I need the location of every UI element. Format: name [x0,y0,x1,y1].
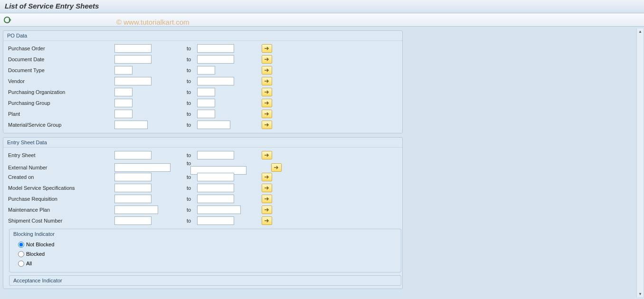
input-purch-group-from[interactable] [114,99,133,107]
row-maint-plan: Maintenance Plan to [6,204,399,215]
input-shipment-cost-to[interactable] [197,216,234,225]
to-label: to [186,46,191,51]
input-maint-plan-from[interactable] [114,206,158,214]
row-document-type: Document Type to [6,65,399,75]
multiselect-vendor[interactable] [262,77,272,85]
row-created-on: Created on to [6,171,399,182]
multiselect-shipment-cost[interactable] [262,216,272,225]
label-created-on: Created on [6,174,114,180]
input-vendor-from[interactable] [114,77,152,85]
multiselect-document-date[interactable] [262,55,272,64]
row-vendor: Vendor to [6,75,399,86]
input-purchase-order-from[interactable] [114,44,152,53]
input-document-type-to[interactable] [197,66,215,75]
execute-button[interactable] [3,16,11,24]
row-purchase-order: Purchase Order to [6,43,399,54]
input-created-on-from[interactable] [114,173,152,181]
label-vendor: Vendor [6,78,114,84]
row-plant: Plant to [6,108,399,119]
multiselect-maint-plan[interactable] [262,206,272,214]
label-external-number: External Number [6,165,114,170]
input-entry-sheet-from[interactable] [114,151,152,159]
input-purchase-order-to[interactable] [197,44,234,53]
multiselect-purch-group[interactable] [262,99,272,107]
group-title-acceptance: Acceptance Indicator [9,276,401,285]
input-created-on-to[interactable] [197,173,234,181]
row-entry-sheet: Entry Sheet to [6,150,399,160]
radio-label-not-blocked: Not Blocked [26,242,54,247]
input-document-date-from[interactable] [114,55,152,64]
label-document-type: Document Type [6,67,114,73]
label-shipment-cost: Shipment Cost Number [6,218,114,224]
group-entry-sheet-data: Entry Sheet Data Entry Sheet to External… [3,137,403,289]
label-document-date: Document Date [6,56,114,62]
label-maint-plan: Maintenance Plan [6,207,114,213]
input-external-number-from[interactable] [114,163,170,172]
multiselect-purchase-order[interactable] [262,44,272,53]
row-mat-svc-group: Material/Service Group to [6,119,399,130]
group-title-entry: Entry Sheet Data [3,138,402,148]
input-entry-sheet-to[interactable] [197,151,234,159]
group-title-po: PO Data [3,31,402,41]
multiselect-entry-sheet[interactable] [262,151,272,159]
radio-not-blocked[interactable] [18,242,24,248]
label-mat-svc-group: Material/Service Group [6,122,114,128]
input-purchase-req-to[interactable] [197,195,234,203]
label-purchase-req: Purchase Requisition [6,196,114,202]
vertical-scrollbar[interactable]: ▲ ▼ [636,28,644,297]
selection-screen: PO Data Purchase Order to Document Date … [3,28,636,297]
input-document-date-to[interactable] [197,55,234,64]
radio-label-all: All [26,261,32,266]
row-document-date: Document Date to [6,54,399,65]
label-purchase-order: Purchase Order [6,46,114,51]
label-entry-sheet: Entry Sheet [6,152,114,158]
multiselect-model-svc-spec[interactable] [262,184,272,192]
input-model-svc-spec-from[interactable] [114,184,152,192]
radio-blocked[interactable] [18,251,24,257]
radio-label-blocked: Blocked [26,251,45,257]
input-maint-plan-to[interactable] [197,206,241,214]
input-purchase-req-from[interactable] [114,195,152,203]
input-plant-from[interactable] [114,110,133,118]
label-purch-group: Purchasing Group [6,100,114,106]
input-plant-to[interactable] [197,110,215,118]
radio-all[interactable] [18,261,24,267]
input-purch-org-to[interactable] [197,88,215,96]
label-model-svc-spec: Model Service Specifications [6,185,114,191]
multiselect-purchase-req[interactable] [262,195,272,203]
app-toolbar [0,13,644,27]
label-purch-org: Purchasing Organization [6,89,114,95]
input-purch-org-from[interactable] [114,88,133,96]
multiselect-purch-org[interactable] [262,88,272,96]
row-model-svc-spec: Model Service Specifications to [6,182,399,193]
page-title-bar: List of Service Entry Sheets [0,0,644,13]
group-blocking-indicator: Blocking Indicator Not Blocked Blocked [9,229,401,272]
row-purch-group: Purchasing Group to [6,97,399,108]
scroll-up-icon[interactable]: ▲ [638,29,642,34]
input-document-type-from[interactable] [114,66,133,75]
row-purchase-req: Purchase Requisition to [6,193,399,204]
page-title: List of Service Entry Sheets [5,2,99,10]
row-shipment-cost: Shipment Cost Number to [6,215,399,226]
multiselect-plant[interactable] [262,110,272,118]
input-model-svc-spec-to[interactable] [197,184,234,192]
input-mat-svc-group-to[interactable] [197,121,230,129]
label-plant: Plant [6,111,114,117]
input-mat-svc-group-from[interactable] [114,121,148,129]
group-acceptance-indicator: Acceptance Indicator [9,275,401,286]
content-area: PO Data Purchase Order to Document Date … [0,27,644,299]
row-purch-org: Purchasing Organization to [6,86,399,97]
scroll-down-icon[interactable]: ▼ [638,292,642,296]
input-vendor-to[interactable] [197,77,234,85]
group-po-data: PO Data Purchase Order to Document Date … [3,30,403,133]
input-shipment-cost-from[interactable] [114,216,152,225]
multiselect-document-type[interactable] [262,66,272,75]
scroll-track[interactable] [637,34,644,292]
multiselect-mat-svc-group[interactable] [262,121,272,129]
execute-icon [4,17,10,23]
multiselect-created-on[interactable] [262,173,272,181]
multiselect-external-number[interactable] [271,163,282,172]
group-title-blocking: Blocking Indicator [9,229,401,239]
input-purch-group-to[interactable] [197,99,215,107]
row-external-number: External Number to [6,160,399,171]
